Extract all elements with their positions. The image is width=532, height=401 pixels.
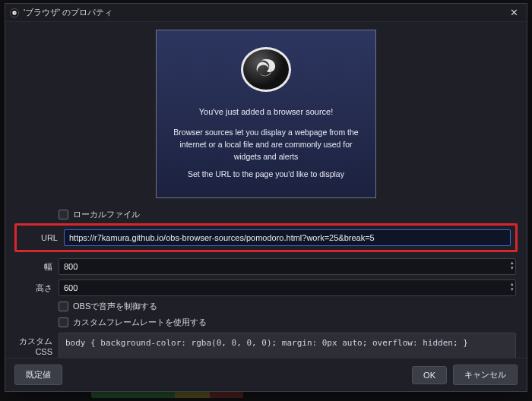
form: ローカルファイル URL 幅 ▴▾ 高さ [16,209,516,358]
custom-fps-label: カスタムフレームレートを使用する [73,317,207,328]
intro-panel: You've just added a browser source! Brow… [156,30,376,198]
obs-logo-icon [241,47,291,92]
checkbox-icon [59,210,68,219]
checkbox-icon [59,302,68,311]
custom-fps-checkbox[interactable]: カスタムフレームレートを使用する [59,317,207,328]
cancel-button[interactable]: キャンセル [453,365,518,385]
intro-line-2: Browser sources let you display a webpag… [170,127,362,163]
height-input[interactable] [59,279,516,296]
custom-css-input[interactable] [59,333,516,358]
intro-line-1: You've just added a browser source! [199,106,334,118]
local-file-label: ローカルファイル [73,209,140,220]
window-title: 'ブラウザ' のプロパティ [24,7,112,18]
close-button[interactable]: ✕ [505,6,522,20]
url-highlight: URL [14,223,518,252]
intro-line-3: Set the URL to the page you'd like to di… [188,169,344,181]
dialog-footer: 既定値 OK キャンセル [5,358,527,391]
url-input[interactable] [64,229,511,246]
custom-css-label: カスタム CSS [16,333,59,356]
titlebar: 'ブラウザ' のプロパティ ✕ [5,4,527,22]
width-label: 幅 [16,261,59,273]
checkbox-icon [59,317,68,327]
url-label: URL [21,233,64,242]
local-file-checkbox[interactable]: ローカルファイル [59,209,140,220]
height-label: 高さ [16,283,59,294]
defaults-button[interactable]: 既定値 [14,365,62,385]
width-spinner[interactable]: ▴▾ [511,260,514,270]
properties-dialog: 'ブラウザ' のプロパティ ✕ You've just added a brow… [5,3,527,392]
ok-button[interactable]: OK [412,366,447,384]
control-audio-label: OBSで音声を制御する [73,301,157,312]
control-audio-checkbox[interactable]: OBSで音声を制御する [59,301,157,312]
obs-icon [10,8,19,17]
width-input[interactable] [59,258,516,275]
height-spinner[interactable]: ▴▾ [511,281,514,292]
